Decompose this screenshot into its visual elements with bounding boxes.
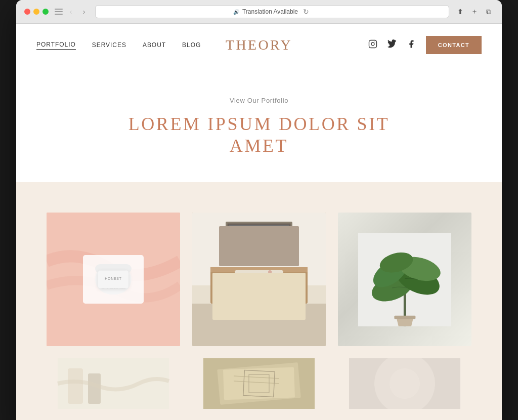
contact-button[interactable]: CONTACT (426, 36, 482, 54)
hero-title-line2: AMET (230, 136, 288, 156)
sidebar-toggle-icon[interactable] (55, 9, 63, 15)
translation-icon: 🔊 (233, 9, 239, 15)
svg-rect-23 (192, 304, 326, 346)
maximize-button[interactable] (42, 9, 49, 15)
svg-rect-15 (210, 267, 308, 304)
nav-right: CONTACT (368, 36, 482, 54)
address-bar-text: Translation Available (242, 8, 298, 15)
portfolio-image-interior (192, 213, 326, 346)
new-tab-button[interactable]: ＋ (469, 7, 480, 17)
nav-item-portfolio[interactable]: PORTFOLIO (36, 41, 76, 50)
main-navigation: PORTFOLIO SERVICES ABOUT BLOG THEORY (16, 24, 502, 66)
svg-rect-33 (68, 368, 83, 404)
hero-title-line1: LOREM IPSUM DOLOR SIT (128, 114, 390, 134)
portfolio-item-beauty[interactable] (47, 358, 180, 409)
svg-point-2 (374, 41, 375, 43)
svg-rect-17 (235, 270, 283, 304)
portfolio-image-skincare: HONEST VITAMIN LOTION (47, 213, 180, 346)
svg-point-44 (390, 368, 420, 399)
portfolio-item-stationery[interactable] (192, 358, 326, 409)
forward-button[interactable]: › (79, 7, 89, 17)
twitter-icon[interactable] (387, 39, 397, 51)
svg-rect-31 (394, 316, 415, 319)
portfolio-section: HONEST VITAMIN LOTION (16, 182, 502, 420)
svg-rect-14 (229, 225, 289, 261)
minimize-button[interactable] (33, 9, 39, 15)
svg-rect-37 (223, 367, 295, 400)
website-content: PORTFOLIO SERVICES ABOUT BLOG THEORY (16, 24, 502, 420)
portfolio-grid-bottom (47, 358, 471, 409)
facebook-icon[interactable] (407, 39, 416, 51)
reload-button[interactable]: ↻ (301, 7, 311, 17)
svg-point-22 (268, 270, 272, 274)
browser-chrome: ‹ › 🔊 Translation Available ↻ ⬆ ＋ ⧉ (16, 0, 502, 24)
browser-window: ‹ › 🔊 Translation Available ↻ ⬆ ＋ ⧉ PORT… (16, 0, 502, 420)
svg-point-21 (272, 278, 276, 281)
svg-rect-7 (95, 264, 132, 273)
back-button[interactable]: ‹ (66, 7, 76, 17)
portfolio-item-abstract[interactable] (338, 358, 471, 409)
hero-section: View Our Portfolio LOREM IPSUM DOLOR SIT… (16, 66, 502, 182)
portfolio-image-plant (338, 213, 471, 346)
browser-actions: ⬆ ＋ ⧉ (455, 7, 494, 17)
nav-item-about[interactable]: ABOUT (143, 41, 166, 49)
svg-rect-18 (241, 273, 277, 301)
nav-item-services[interactable]: SERVICES (92, 41, 126, 49)
site-logo[interactable]: THEORY (226, 37, 292, 53)
portfolio-grid-top: HONEST VITAMIN LOTION (47, 213, 471, 346)
portfolio-item-plant[interactable] (338, 213, 471, 346)
instagram-icon[interactable] (368, 39, 377, 51)
share-button[interactable]: ⬆ (455, 7, 465, 17)
svg-point-1 (371, 43, 374, 46)
svg-text:HONEST: HONEST (103, 278, 124, 283)
svg-rect-12 (226, 222, 292, 264)
svg-rect-34 (88, 373, 101, 404)
address-bar[interactable]: 🔊 Translation Available ↻ (95, 5, 449, 18)
svg-rect-5 (83, 255, 144, 304)
nav-left: PORTFOLIO SERVICES ABOUT BLOG (36, 41, 201, 50)
traffic-lights (24, 9, 49, 15)
svg-text:VITAMIN LOTION: VITAMIN LOTION (101, 286, 125, 289)
svg-rect-0 (369, 40, 376, 48)
portfolio-item-skincare[interactable]: HONEST VITAMIN LOTION (47, 213, 180, 346)
close-button[interactable] (24, 9, 30, 15)
svg-point-20 (266, 274, 271, 279)
portfolio-item-interior[interactable] (192, 213, 326, 346)
svg-rect-13 (228, 224, 291, 263)
hero-subtitle: View Our Portfolio (36, 97, 482, 104)
nav-item-blog[interactable]: BLOG (182, 41, 201, 49)
tabs-button[interactable]: ⧉ (484, 7, 494, 17)
browser-controls: ‹ › (55, 7, 89, 17)
hero-title: LOREM IPSUM DOLOR SIT AMET (36, 113, 482, 157)
